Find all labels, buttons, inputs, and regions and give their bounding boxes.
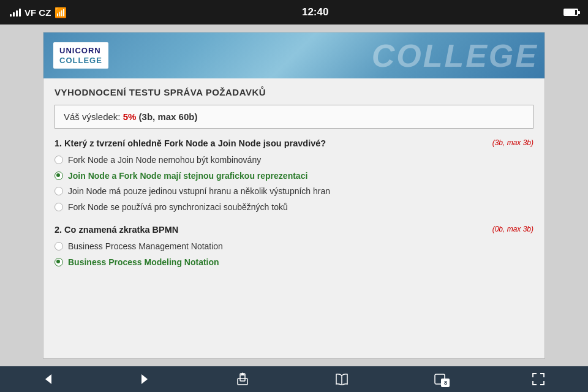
answer-text: Fork Node a Join Node nemohou být kombin… [68,154,261,167]
svg-marker-1 [141,374,148,384]
wifi-icon: 📶 [55,7,67,18]
question-points-2: (0b, max 3b) [492,225,533,233]
time-display: 12:40 [302,6,328,18]
answer-item[interactable]: Fork Node se používá pro synchronizaci s… [55,202,533,214]
answer-item[interactable]: Business Process Management Notation [55,241,533,253]
logo-box: Unicorn College [53,42,108,69]
answer-item[interactable]: Fork Node a Join Node nemohou být kombin… [55,154,533,167]
battery-icon [564,9,578,16]
questions-container: 1. Který z tvrzení ohledně Fork Node a J… [55,137,533,268]
page-title: VYHODNOCENÍ TESTU SPRÁVA POŽADAVKŮ [55,87,533,97]
page-content: VYHODNOCENÍ TESTU SPRÁVA POŽADAVKŮ Váš v… [43,78,545,287]
answer-text: Business Process Modeling Notation [68,257,219,269]
radio-circle[interactable] [55,187,63,195]
svg-marker-0 [45,374,51,384]
question-text-1: 1. Který z tvrzení ohledně Fork Node a J… [55,137,486,149]
book-button[interactable] [328,371,356,388]
radio-circle[interactable] [55,258,63,266]
answer-text: Join Node a Fork Node mají stejnou grafi… [68,170,307,183]
signal-bars [10,8,21,17]
status-right [564,9,578,16]
question-text-2: 2. Co znamená zkratka BPMN [55,224,486,236]
header-banner: Unicorn College [43,32,545,78]
radio-circle[interactable] [55,156,63,164]
carrier-label: VF CZ [24,7,51,18]
answer-item[interactable]: Join Node a Fork Node mají stejnou grafi… [55,170,533,183]
back-button[interactable] [36,371,61,388]
result-percent: 5% [123,111,137,122]
tabs-button[interactable]: 8 [426,371,453,388]
bottom-bar: 8 [0,366,588,392]
status-left: VF CZ 📶 [10,7,67,18]
question-1: 1. Který z tvrzení ohledně Fork Node a J… [55,137,533,214]
question-points-1: (3b, max 3b) [492,138,533,147]
tab-count: 8 [441,379,450,387]
svg-rect-4 [238,379,247,385]
logo-line2: College [59,56,102,66]
radio-circle[interactable] [55,172,63,180]
result-score: (3b, max 60b) [139,111,198,122]
answer-text: Business Process Management Notation [68,241,223,253]
result-box: Váš výsledek: 5% (3b, max 60b) [55,105,533,129]
tab-badge: 8 [434,373,446,385]
share-button[interactable] [228,370,257,388]
logo-line1: Unicorn [59,46,102,56]
resize-button[interactable] [524,370,552,388]
content-card: Unicorn College VYHODNOCENÍ TESTU SPRÁVA… [43,32,545,359]
radio-circle[interactable] [55,242,63,251]
status-bar: VF CZ 📶 12:40 [0,0,588,24]
radio-circle[interactable] [55,203,63,211]
question-2: 2. Co znamená zkratka BPMN(0b, max 3b)Bu… [55,224,533,268]
main-area: Unicorn College VYHODNOCENÍ TESTU SPRÁVA… [0,24,588,366]
answer-item[interactable]: Business Process Modeling Notation [55,257,533,269]
answer-text: Join Node má pouze jedinou vstupní hranu… [68,186,330,198]
answer-text: Fork Node se používá pro synchronizaci s… [68,202,288,214]
forward-button[interactable] [132,371,157,388]
result-label: Váš výsledek: [64,111,121,122]
answer-item[interactable]: Join Node má pouze jedinou vstupní hranu… [55,186,533,198]
